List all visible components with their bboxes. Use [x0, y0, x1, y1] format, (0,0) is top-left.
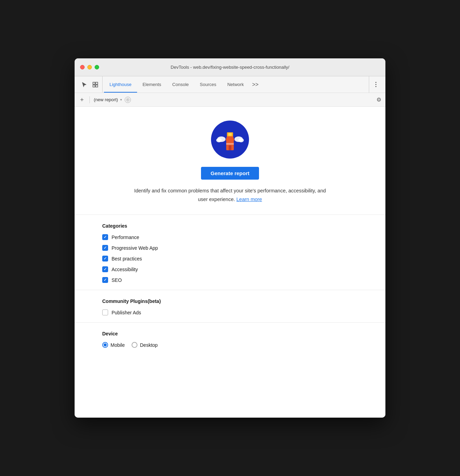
learn-more-link[interactable]: Learn more [237, 197, 262, 202]
traffic-lights [80, 65, 99, 69]
categories-title: Categories [102, 223, 358, 229]
plugins-title: Community Plugins(beta) [102, 298, 358, 304]
category-best-practices[interactable]: ✓ Best practices [102, 256, 358, 261]
menu-dot [375, 82, 376, 83]
device-section: Device Mobile Desktop [75, 323, 385, 355]
device-title: Device [102, 331, 358, 336]
tabs: Lighthouse Elements Console Sources Netw… [104, 76, 369, 93]
svg-rect-0 [93, 82, 95, 84]
dropdown-icon: ▾ [120, 98, 122, 102]
desktop-radio[interactable] [132, 342, 137, 348]
separator [89, 96, 90, 103]
categories-section: Categories ✓ Performance ✓ Progressive W… [75, 215, 385, 290]
check-icon: ✓ [104, 257, 107, 260]
menu-dot [375, 86, 376, 87]
devtools-window: DevTools - web.dev/fixing-website-speed-… [75, 58, 385, 418]
toolbar: Lighthouse Elements Console Sources Netw… [75, 76, 385, 93]
tab-lighthouse[interactable]: Lighthouse [104, 76, 137, 93]
svg-rect-12 [226, 143, 234, 145]
seo-checkbox[interactable]: ✓ [102, 277, 108, 283]
accessibility-checkbox[interactable]: ✓ [102, 266, 108, 272]
check-icon: ✓ [104, 235, 107, 239]
tab-console[interactable]: Console [167, 76, 194, 93]
report-selector[interactable]: (new report) ▾ [94, 97, 122, 102]
pwa-checkbox[interactable]: ✓ [102, 245, 108, 251]
tab-sources[interactable]: Sources [194, 76, 222, 93]
performance-checkbox[interactable]: ✓ [102, 234, 108, 240]
hero-section: Generate report Identify and fix common … [75, 107, 385, 215]
device-desktop[interactable]: Desktop [132, 342, 157, 348]
report-label: (new report) [94, 97, 118, 102]
window-title: DevTools - web.dev/fixing-website-speed-… [171, 65, 289, 70]
svg-rect-2 [93, 85, 95, 87]
cancel-report-button[interactable] [125, 97, 131, 103]
device-mobile[interactable]: Mobile [102, 342, 125, 348]
cursor-icon[interactable] [80, 80, 88, 89]
tab-network[interactable]: Network [222, 76, 249, 93]
svg-point-15 [216, 138, 222, 142]
best-practices-checkbox[interactable]: ✓ [102, 256, 108, 261]
toolbar-icons [77, 76, 103, 93]
category-seo[interactable]: ✓ SEO [102, 277, 358, 283]
plugin-publisher-ads[interactable]: Publisher Ads [102, 310, 358, 315]
inspect-icon[interactable] [91, 80, 99, 89]
maximize-button[interactable] [95, 65, 99, 69]
hero-description: Identify and fix common problems that af… [130, 187, 330, 203]
plugins-section: Community Plugins(beta) Publisher Ads [75, 290, 385, 323]
close-button[interactable] [80, 65, 85, 69]
menu-dot [375, 84, 376, 85]
devtools-menu-button[interactable] [369, 76, 383, 93]
category-accessibility[interactable]: ✓ Accessibility [102, 266, 358, 272]
check-icon: ✓ [104, 267, 107, 271]
new-report-button[interactable]: + [79, 97, 85, 103]
subbar: + (new report) ▾ ⚙ [75, 93, 385, 107]
publisher-ads-checkbox[interactable] [102, 310, 108, 315]
mobile-radio[interactable] [102, 342, 108, 348]
category-performance[interactable]: ✓ Performance [102, 234, 358, 240]
titlebar: DevTools - web.dev/fixing-website-speed-… [75, 58, 385, 76]
content-area: Generate report Identify and fix common … [75, 107, 385, 418]
minimize-button[interactable] [87, 65, 92, 69]
lighthouse-logo [211, 121, 249, 159]
svg-point-17 [238, 138, 244, 142]
category-pwa[interactable]: ✓ Progressive Web App [102, 245, 358, 251]
radio-inner [104, 343, 107, 346]
generate-report-button[interactable]: Generate report [201, 167, 259, 180]
device-radio-group: Mobile Desktop [102, 342, 358, 348]
svg-rect-3 [96, 85, 98, 87]
svg-rect-11 [228, 133, 232, 136]
svg-rect-1 [96, 82, 98, 84]
check-icon: ✓ [104, 278, 107, 282]
svg-rect-13 [229, 145, 231, 150]
settings-button[interactable]: ⚙ [376, 96, 381, 103]
gear-icon: ⚙ [376, 97, 381, 103]
tab-elements[interactable]: Elements [137, 76, 167, 93]
check-icon: ✓ [104, 246, 107, 250]
more-tabs-button[interactable]: >> [249, 76, 261, 93]
